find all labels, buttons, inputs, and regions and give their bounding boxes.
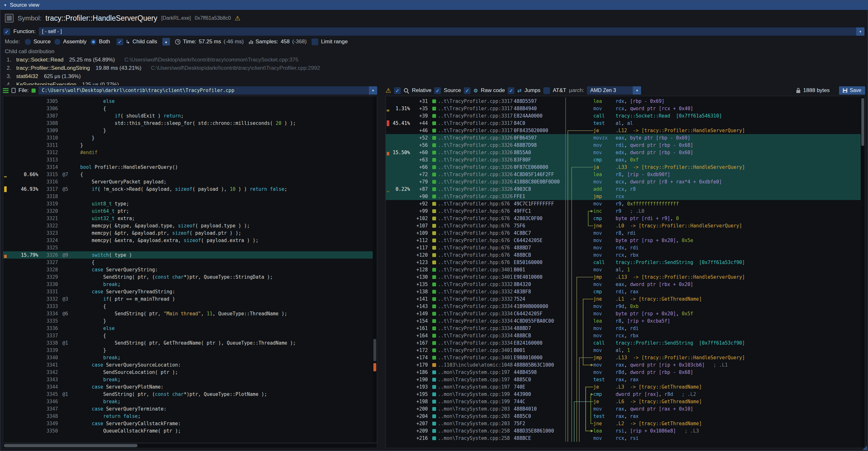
assembly-row[interactable]: +72..t\TracyProfiler.cpp:33264C8D05F146F… — [386, 171, 861, 178]
assembly-row[interactable]: +143..t\TracyProfiler.cpp:333441B90B0000… — [386, 303, 861, 310]
assembly-row[interactable]: 0.22%+87..t\TracyProfiler.cpp:33264903C8… — [386, 185, 861, 193]
assembly-row[interactable]: +99..t\TracyProfiler.hpp:67649FFC1incr9 … — [386, 207, 861, 215]
assembly-row[interactable]: 15.50%+60..t\TracyProfiler.cpp:33268B55A… — [386, 149, 861, 156]
file-combo[interactable]: C:\Users\wolf\Desktop\darkrl\contrib\tra… — [38, 86, 377, 95]
child-call-entry[interactable]: 2.tracy::Profiler::SendLongString19.88 m… — [5, 64, 863, 72]
assembly-row[interactable]: +123..t\TracyProfiler.hpp:676E850160000c… — [386, 259, 861, 266]
assembly-row[interactable]: +179..1103\include\atomic:1048488B05B63C… — [386, 361, 861, 368]
function-combo[interactable]: [ - self - ] ▼ — [39, 27, 865, 36]
assembly-row[interactable]: +90..t\TracyProfiler.cpp:3326FFE1jmprcx — [386, 193, 861, 200]
source-line[interactable]: 3333 { — [3, 303, 373, 310]
assembly-row[interactable]: +200..mon\TracySystem.cpp:203488B4010mov… — [386, 405, 861, 413]
source-line[interactable]: 3307 if( shouldExit ) return; — [3, 112, 373, 119]
assembly-row[interactable]: +39..t\TracyProfiler.cpp:3317E824AA0000c… — [386, 112, 861, 119]
source-line[interactable]: 3346 break; — [3, 398, 373, 405]
source-line[interactable]: 3334@6 SendString( ptr, "Main thread", 1… — [3, 310, 373, 317]
assembly-row[interactable]: +209..mon\TracySystem.cpp:258488D35E8861… — [386, 427, 861, 434]
source-line[interactable]: 3337 { — [3, 332, 373, 339]
assembly-row[interactable]: 45.41%+44..t\TracyProfiler.cpp:331784C0t… — [386, 119, 861, 127]
source-line[interactable]: 3332@3 if( ptr == m_mainThread ) — [3, 295, 373, 303]
assembly-row[interactable]: +186..mon\TracySystem.cpp:197448B4598mov… — [386, 368, 861, 376]
assembly-row[interactable]: +141..t\TracyProfiler.cpp:33327524jne.L1… — [386, 295, 861, 303]
source-line[interactable]: 3306 { — [3, 105, 373, 112]
source-line[interactable]: 3305 else — [3, 97, 373, 105]
source-line[interactable]: 3324 memcpy( &extra, &payload.extra, siz… — [3, 237, 373, 244]
source-line[interactable]: 3344 case ServerQueryPlotName: — [3, 383, 373, 390]
assembly-row[interactable]: +149..t\TracyProfiler.cpp:3334C64424205F… — [386, 310, 861, 317]
source-line[interactable]: 3349 case ServerQueryCallstackFrame: — [3, 420, 373, 427]
source-line[interactable]: 3348 return false; — [3, 413, 373, 420]
assembly-row[interactable]: +120..t\TracyProfiler.hpp:676488BCBmovrc… — [386, 251, 861, 259]
assembly-scrollbar-handle[interactable] — [861, 98, 864, 146]
assembly-row[interactable]: +172..t\TracyProfiler.cpp:3401B001moval,… — [386, 347, 861, 354]
assembly-row[interactable]: +66..t\TracyProfiler.cpp:33260F87CE06000… — [386, 163, 861, 171]
source-line[interactable]: 3323 memcpy( &ptr, &payload.ptr, sizeof(… — [3, 229, 373, 237]
source-line[interactable]: 3319 uint8_t type; — [3, 200, 373, 207]
jumps-checkbox[interactable]: ✓ — [508, 87, 515, 94]
source-line[interactable]: 0.66%3315@7{ — [3, 171, 373, 178]
relative-checkbox[interactable]: ✓ — [394, 87, 401, 94]
source-line[interactable]: 3347 case ServerQueryTerminate: — [3, 405, 373, 413]
assembly-row[interactable]: +130..t\TracyProfiler.cpp:3401E9E4010000… — [386, 273, 861, 280]
source-line[interactable]: 3328 case ServerQueryString: — [3, 266, 373, 273]
assembly-row[interactable]: +167..t\TracyProfiler.cpp:3334E824160000… — [386, 339, 861, 347]
source-line[interactable]: 3322 memcpy( &type, &payload.type, sizeo… — [3, 222, 373, 229]
assembly-row[interactable]: +102..t\TracyProfiler.hpp:67642803C0F00c… — [386, 215, 861, 222]
parent-frame-button[interactable]: ▲ — [162, 38, 170, 46]
assembly-row[interactable]: +79..t\TracyProfiler.cpp:3326418B8C80E0B… — [386, 178, 861, 185]
assembly-row[interactable]: 1.31%+35..t\TracyProfiler.cpp:3317488B49… — [386, 105, 861, 112]
source-line[interactable]: 3329 SendString( ptr, (const char*)ptr, … — [3, 273, 373, 280]
assembly-vertical-scrollbar[interactable] — [861, 96, 865, 448]
assembly-row[interactable]: +164..t\TracyProfiler.cpp:3334488BCBmovr… — [386, 332, 861, 339]
assembly-row[interactable]: +198..mon\TracySystem.cpp:199744Cje.L6 -… — [386, 398, 861, 405]
function-checkbox[interactable]: ✓ — [3, 28, 10, 35]
limit-range-checkbox[interactable]: ✓ — [312, 38, 318, 45]
assembly-row[interactable]: +207..mon\TracySystem.cpp:20375F2jne.L2 … — [386, 420, 861, 427]
source-vertical-scrollbar[interactable] — [373, 96, 377, 443]
mode-radio-source[interactable]: Source — [25, 38, 51, 45]
assembly-row[interactable]: +204..mon\TracySystem.cpp:2034885C0testr… — [386, 413, 861, 420]
child-call-entry[interactable]: 3.stat64i32625 μs (1.36%) — [5, 72, 863, 81]
source-line[interactable]: 3335 } — [3, 317, 373, 325]
assembly-row[interactable]: +154..t\TracyProfiler.cpp:33344C8D055FBA… — [386, 317, 861, 325]
limit-range-toggle[interactable]: ✓ Limit range — [312, 38, 348, 45]
assembly-row[interactable]: +31..t\TracyProfiler.cpp:3317488D5597lea… — [386, 97, 861, 105]
source-line[interactable]: 3311} — [3, 142, 373, 149]
assembly-row[interactable]: +174..t\TracyProfiler.cpp:3401E9B8010000… — [386, 354, 861, 361]
resize-grip[interactable] — [863, 446, 867, 450]
collapse-triangle-icon[interactable]: ▼ — [3, 3, 7, 7]
source-line[interactable]: 3313 — [3, 156, 373, 163]
att-checkbox[interactable]: ✓ — [543, 87, 550, 94]
source-hscrollbar-handle[interactable] — [4, 444, 137, 447]
source-line[interactable]: 3310 } — [3, 134, 373, 142]
save-button[interactable]: Save — [839, 86, 865, 95]
assembly-row[interactable]: +46..t\TracyProfiler.cpp:33170F843502000… — [386, 127, 861, 134]
assembly-row[interactable]: +195..mon\TracySystem.cpp:199443900cmpdw… — [386, 390, 861, 398]
uarch-combo[interactable]: AMD Zen 3 ▼ — [587, 86, 641, 95]
source-line[interactable]: 3325 — [3, 244, 373, 251]
assembly-row[interactable]: +216..mon\TracySystem.cpp:258488BCEmovrc… — [386, 434, 861, 442]
source-line[interactable]: 3314bool Profiler::HandleServerQuery() — [3, 163, 373, 171]
assembly-row[interactable]: +109..t\TracyProfiler.hpp:6764C8BC7movr8… — [386, 229, 861, 237]
source-line[interactable]: 3350 QueueCallstackFrame( ptr ); — [3, 427, 373, 434]
source-line[interactable]: 3343 break; — [3, 376, 373, 383]
assembly-row[interactable]: +107..t\TracyProfiler.hpp:67675F6jne.L0 … — [386, 222, 861, 229]
assembly-row[interactable]: +135..t\TracyProfiler.cpp:33328B4320move… — [386, 280, 861, 288]
source-line[interactable]: 3341 case ServerQuerySourceLocation: — [3, 361, 373, 368]
assembly-row[interactable]: +92..t\TracyProfiler.hpp:67649C7C1FFFFFF… — [386, 200, 861, 207]
source-line[interactable]: 3321 uint32_t extra; — [3, 215, 373, 222]
source-line[interactable]: 3336 else — [3, 325, 373, 332]
child-calls-checkbox[interactable]: ✓ — [117, 38, 123, 45]
assembly-row[interactable]: +161..t\TracyProfiler.cpp:3334488BD7movr… — [386, 325, 861, 332]
mode-radio-assembly[interactable]: Assembly — [55, 38, 87, 45]
file-list-icon[interactable] — [3, 88, 9, 93]
source-line[interactable]: 3327 { — [3, 259, 373, 266]
assembly-row[interactable]: +52..t\TracyProfiler.cpp:33260FB64597mov… — [386, 134, 861, 142]
source-scrollbar-handle[interactable] — [373, 339, 376, 361]
mode-radio-both[interactable]: Both — [90, 38, 110, 45]
assembly-row[interactable]: +56..t\TracyProfiler.cpp:3326488B7D98mov… — [386, 142, 861, 149]
source-line[interactable]: 3330 break; — [3, 280, 373, 288]
source-line[interactable]: 3316 ServerQueryPacket payload; — [3, 178, 373, 185]
child-call-entry[interactable]: 1.tracy::Socket::Read25.25 ms (54.89%)C:… — [5, 56, 863, 64]
source-line[interactable]: 3309 } — [3, 127, 373, 134]
